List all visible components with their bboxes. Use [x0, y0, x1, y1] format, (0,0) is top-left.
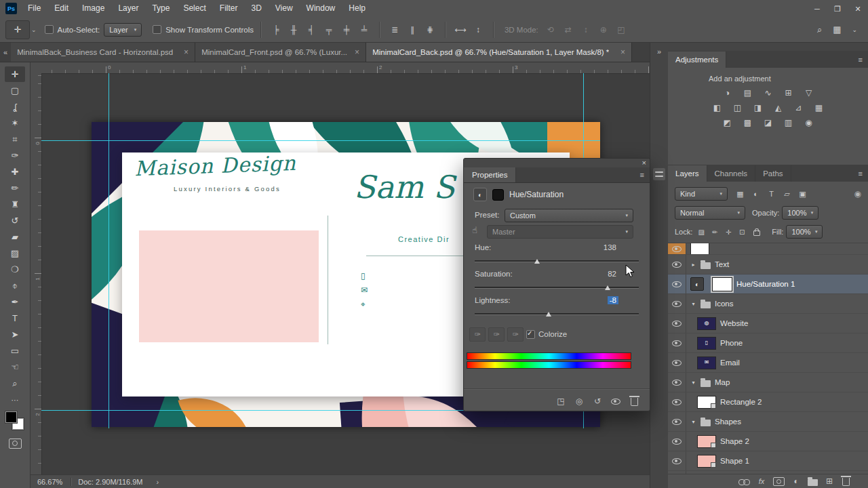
- saturation-slider-track[interactable]: [475, 287, 639, 289]
- adjustment-threshold-icon[interactable]: ◪: [760, 116, 776, 129]
- layer-row-rectangle-2[interactable]: Rectangle 2: [668, 392, 868, 412]
- add-layer-mask-icon[interactable]: [773, 477, 785, 486]
- close-panel-icon[interactable]: ×: [642, 159, 646, 167]
- tab-channels[interactable]: Channels: [707, 165, 756, 182]
- layer-row-map[interactable]: ▾Map: [668, 373, 868, 392]
- layer-row-phone[interactable]: ▯Phone: [668, 333, 868, 353]
- tool-brush[interactable]: ✏: [5, 180, 25, 196]
- preset-dropdown[interactable]: Custom▾: [505, 209, 633, 222]
- tool-quick-selection[interactable]: ✶: [5, 115, 25, 131]
- tab-adjustments[interactable]: Adjustments: [668, 52, 726, 68]
- tool-pen[interactable]: ✒: [5, 294, 25, 310]
- filter-toggle-icon[interactable]: ◉: [854, 189, 861, 199]
- auto-select-target-dropdown[interactable]: Layer▾: [104, 23, 142, 37]
- layer-row-shapes[interactable]: ▾Shapes: [668, 412, 868, 432]
- adjustment-exposure-icon[interactable]: ⊞: [780, 86, 797, 99]
- lock-transparent-pixels-icon[interactable]: ▨: [695, 226, 707, 239]
- filter-adjustment-layers-icon[interactable]: ◐: [749, 188, 763, 201]
- tool-clone-stamp[interactable]: ♜: [5, 197, 25, 212]
- workspace-icon[interactable]: ▦: [833, 24, 841, 35]
- workspace-caret-icon[interactable]: ⌄: [852, 26, 857, 33]
- reset-adjustment-icon[interactable]: ↺: [593, 396, 602, 406]
- blend-mode-dropdown[interactable]: Normal▾: [675, 206, 745, 220]
- tool-type[interactable]: T: [5, 310, 25, 326]
- tool-preset-caret-icon[interactable]: ⌄: [31, 26, 37, 33]
- clip-to-layer-icon[interactable]: ◳: [556, 396, 566, 406]
- show-transform-checkbox[interactable]: [153, 25, 161, 34]
- search-icon[interactable]: ⌕: [817, 24, 822, 35]
- layer-visibility-icon[interactable]: [672, 246, 682, 252]
- tool-history-brush[interactable]: ↺: [5, 213, 25, 228]
- quick-mask-icon[interactable]: [9, 439, 22, 449]
- adjustment-posterize-icon[interactable]: ▩: [739, 116, 756, 129]
- 3d-roll-icon[interactable]: ⇄: [560, 22, 576, 37]
- layer-visibility-icon[interactable]: [672, 340, 682, 346]
- 3d-scale-icon[interactable]: ◰: [613, 22, 629, 37]
- layer-visibility-icon[interactable]: [672, 281, 682, 287]
- 3d-drag-icon[interactable]: ↕: [578, 22, 594, 37]
- expand-group-icon[interactable]: ▸: [690, 262, 696, 268]
- minimize-button[interactable]: ─: [807, 1, 827, 17]
- 3d-rotate-icon[interactable]: ⟲: [542, 22, 559, 37]
- distribute-spacing-icon[interactable]: ⋕: [422, 22, 438, 37]
- layer-visibility-icon[interactable]: [672, 262, 682, 268]
- 3d-slide-icon[interactable]: ⊕: [595, 22, 612, 37]
- ruler-origin[interactable]: [31, 62, 42, 74]
- layer-thumbnail[interactable]: ▯: [697, 337, 716, 350]
- layer-visibility-icon[interactable]: [672, 321, 682, 327]
- align-right-icon[interactable]: ╡: [303, 22, 319, 37]
- layer-thumbnail[interactable]: [697, 396, 716, 409]
- menu-edit[interactable]: Edit: [47, 0, 75, 17]
- align-top-icon[interactable]: ╤: [321, 22, 337, 37]
- tool-spot-healing[interactable]: ✚: [5, 164, 25, 180]
- menu-layer[interactable]: Layer: [111, 0, 145, 17]
- colorize-checkbox[interactable]: [526, 330, 535, 339]
- tab-scroll-left-icon[interactable]: «: [0, 48, 11, 56]
- lock-image-pixels-icon[interactable]: ✏: [709, 226, 721, 239]
- tool-hand[interactable]: ☜: [5, 359, 25, 375]
- align-bottom-icon[interactable]: ╧: [356, 22, 372, 37]
- layer-visibility-icon[interactable]: [672, 301, 682, 307]
- distribute-vertical-icon[interactable]: ≣: [387, 22, 403, 37]
- tool-lasso[interactable]: ʆ: [5, 99, 25, 115]
- layer-row-shape-1[interactable]: Shape 1: [668, 451, 868, 471]
- tab-layers[interactable]: Layers: [668, 165, 707, 182]
- close-tab-icon[interactable]: ×: [349, 47, 359, 57]
- auto-select-checkbox[interactable]: [45, 25, 54, 34]
- add-sample-dropper-icon[interactable]: ✑: [488, 327, 505, 342]
- close-button[interactable]: ✕: [848, 1, 868, 17]
- targeted-adjustment-icon[interactable]: ☝: [472, 225, 477, 235]
- layer-row-partial[interactable]: [668, 243, 868, 255]
- layer-row-text[interactable]: ▸Text: [668, 255, 868, 274]
- document-tab-3[interactable]: MinimalCard_Back.psd @ 66.7% (Hue/Satura…: [366, 42, 632, 62]
- menu-filter[interactable]: Filter: [213, 0, 245, 17]
- menu-window[interactable]: Window: [300, 0, 342, 17]
- new-adjustment-layer-icon[interactable]: ◐: [791, 476, 801, 486]
- layer-thumbnail[interactable]: [697, 455, 716, 468]
- channel-dropdown[interactable]: Master▾: [487, 225, 633, 239]
- tool-eyedropper[interactable]: ✑: [5, 148, 25, 163]
- fill-field[interactable]: 100%▾: [786, 225, 823, 239]
- menu-image[interactable]: Image: [75, 0, 111, 17]
- distribute-height-icon[interactable]: ↕: [470, 22, 486, 37]
- layer-thumbnail[interactable]: ◍: [697, 317, 716, 330]
- hue-value-field[interactable]: 138: [601, 243, 618, 251]
- document-tab-1[interactable]: MinimalBack_Business Card - Horizontal.p…: [11, 42, 195, 62]
- properties-panel-icon[interactable]: [653, 168, 665, 180]
- filter-pixel-layers-icon[interactable]: ▦: [733, 188, 747, 201]
- align-center-vertical-icon[interactable]: ╪: [338, 22, 355, 37]
- layer-mask-thumbnail[interactable]: [712, 277, 732, 291]
- tab-paths[interactable]: Paths: [755, 165, 791, 182]
- document-tab-2[interactable]: MinimalCard_Front.psd @ 66.7% (Luxur...×: [195, 42, 366, 62]
- lock-position-icon[interactable]: ✛: [722, 226, 734, 239]
- close-tab-icon[interactable]: ×: [178, 47, 189, 57]
- lock-all-icon[interactable]: [749, 226, 764, 239]
- layer-visibility-icon[interactable]: [672, 419, 682, 425]
- foreground-color-swatch[interactable]: [5, 411, 17, 423]
- expand-panels-icon[interactable]: »: [654, 47, 665, 56]
- layer-visibility-icon[interactable]: [672, 458, 682, 464]
- layer-row-icons[interactable]: ▾Icons: [668, 294, 868, 314]
- filter-type-layers-icon[interactable]: T: [764, 188, 778, 201]
- tab-properties[interactable]: Properties: [464, 167, 516, 182]
- layer-row-hue-saturation-1[interactable]: ◐Hue/Saturation 1: [668, 274, 868, 294]
